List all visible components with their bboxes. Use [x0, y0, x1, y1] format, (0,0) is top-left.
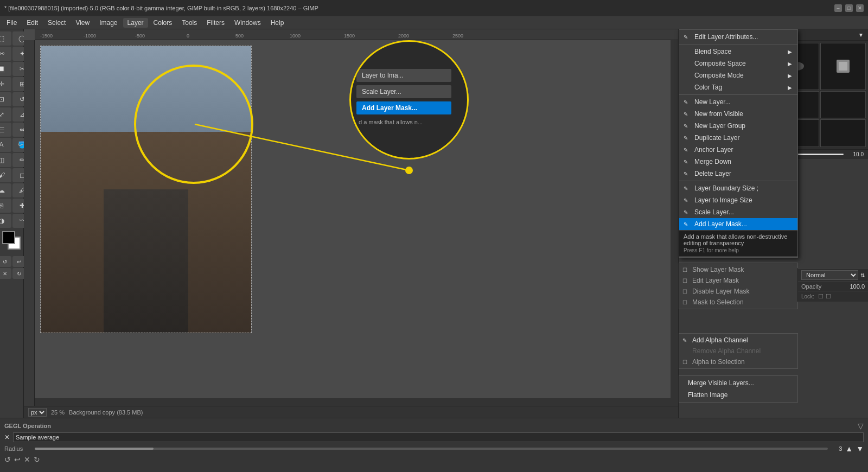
refresh-tool[interactable]: ↻ — [12, 268, 25, 279]
menu-filters[interactable]: Filters — [202, 18, 229, 28]
ctx-label-to-image: Layer to Image Size — [694, 196, 752, 204]
maximize-button[interactable]: □ — [845, 4, 853, 12]
ctx-duplicate-layer[interactable]: ✎ Duplicate Layer — [679, 132, 797, 144]
tool-perspective[interactable]: ⬱ — [0, 123, 11, 137]
minimize-button[interactable]: – — [834, 4, 842, 12]
menu-view[interactable]: View — [71, 18, 94, 28]
zoom-tooltip-text: d a mask that allows n... — [356, 118, 462, 126]
menu-layer[interactable]: Layer — [123, 18, 148, 28]
ctx-checkbox-alpha-sel: ☐ — [682, 359, 687, 365]
menu-colors[interactable]: Colors — [149, 18, 177, 28]
ctx-scale-layer[interactable]: ✎ Scale Layer... — [679, 206, 797, 218]
ctx-edit-layer-attributes[interactable]: ✎ Edit Layer Attributes... — [679, 31, 797, 43]
history-forward[interactable]: ↩ — [12, 256, 25, 267]
title-bar: * [file000307988015] (imported)-5.0 (RGB… — [0, 0, 868, 16]
lock-alpha-icon[interactable]: ☐ — [818, 293, 824, 299]
tool-rectangle-select[interactable]: ⬚ — [0, 31, 11, 46]
radius-label: Radius — [4, 445, 31, 452]
gegl-expand-icon[interactable]: ▽ — [858, 422, 864, 430]
ctx-icon-scale: ✎ — [684, 209, 688, 215]
cancel-tool[interactable]: ✕ — [0, 268, 11, 279]
ctx-add-layer-mask[interactable]: ✎ Add Layer Mask... — [679, 218, 797, 230]
tool-dodge-burn[interactable]: ◑ — [0, 214, 11, 228]
ctx-disable-layer-mask[interactable]: ☐ Disable Layer Mask — [679, 286, 797, 297]
lock-position-icon[interactable]: ☐ — [826, 293, 831, 299]
bottom-icon-4[interactable]: ↻ — [34, 455, 40, 464]
close-button[interactable]: ✕ — [856, 4, 864, 12]
bottom-icon-3[interactable]: ✕ — [24, 455, 30, 464]
tool-crop[interactable]: ⊡ — [0, 92, 11, 106]
ctx-composite-mode[interactable]: Composite Mode ▶ — [679, 69, 797, 81]
menu-select[interactable]: Select — [43, 18, 70, 28]
ctx-layer-to-image-size[interactable]: ✎ Layer to Image Size — [679, 194, 797, 206]
layer-mode-select[interactable]: Normal — [801, 270, 858, 280]
unit-select[interactable]: px — [28, 408, 47, 417]
ctx-icon-boundary: ✎ — [684, 186, 688, 192]
brush-cell-4[interactable] — [820, 43, 866, 90]
zoom-item-scale-layer: Scale Layer... — [356, 85, 451, 98]
ctx-add-alpha-channel[interactable]: ✎ Add Alpha Channel — [679, 335, 797, 346]
menu-edit[interactable]: Edit — [22, 18, 42, 28]
gegl-operation-panel: GEGL Operation ▽ ✕ Radius 3 ▲ ▼ ↺ ↩ ✕ ↻ — [0, 418, 868, 472]
ctx-label-add-alpha: Add Alpha Channel — [692, 336, 748, 344]
ctx-icon-merge: ✎ — [684, 159, 688, 165]
bottom-icon-2[interactable]: ↩ — [14, 455, 21, 464]
tool-paintbrush[interactable]: 🖌 — [0, 168, 11, 182]
tool-move[interactable]: ✛ — [0, 77, 11, 91]
menu-windows[interactable]: Windows — [230, 18, 265, 28]
tool-text[interactable]: A — [0, 138, 11, 152]
bottom-icon-1[interactable]: ↺ — [4, 455, 11, 464]
ctx-remove-alpha-channel: Remove Alpha Channel — [679, 346, 797, 356]
gegl-header-row: GEGL Operation ▽ — [4, 422, 864, 430]
scrollbar-horizontal[interactable] — [35, 398, 678, 406]
ctx-checkbox-show: ☐ — [682, 267, 687, 273]
tool-select-by-color[interactable]: 🔲 — [0, 62, 11, 76]
menu-file[interactable]: File — [2, 18, 21, 28]
ctx-arrow-blend: ▶ — [788, 49, 792, 55]
menu-help[interactable]: Help — [266, 18, 289, 28]
ctx-mask-to-selection[interactable]: ☐ Mask to Selection — [679, 297, 797, 308]
ctx-new-layer-group[interactable]: ✎ New Layer Group — [679, 120, 797, 132]
foreground-background-colors[interactable] — [2, 231, 22, 251]
history-back[interactable]: ↺ — [0, 256, 11, 267]
layer-opacity-row: Opacity 100.0 — [798, 282, 868, 291]
brush-cell-12[interactable] — [820, 119, 866, 147]
ctx-composite-space[interactable]: Composite Space ▶ — [679, 58, 797, 69]
document-history-arrow[interactable]: ▼ — [858, 32, 864, 38]
window-controls: – □ ✕ — [834, 4, 864, 12]
layer-info: Background copy (83.5 MB) — [69, 409, 143, 416]
layer-mode-arrows[interactable]: ⇅ — [860, 272, 865, 278]
tool-airbrush[interactable]: ☁ — [0, 183, 11, 197]
right-panel: Document History ▼ — [678, 29, 868, 418]
ctx-label-duplicate: Duplicate Layer — [694, 134, 739, 142]
ctx-edit-layer-mask[interactable]: ☐ Edit Layer Mask — [679, 275, 797, 286]
tool-blend[interactable]: ◫ — [0, 153, 11, 167]
scrollbar-vertical[interactable] — [671, 40, 678, 406]
ctx-merge-visible[interactable]: Merge Visible Layers... — [679, 377, 797, 389]
ctx-anchor-layer[interactable]: ✎ Anchor Layer — [679, 144, 797, 156]
ctx-blend-space[interactable]: Blend Space ▶ — [679, 46, 797, 58]
tool-free-select[interactable]: ⚯ — [0, 47, 11, 61]
ctx-new-from-visible[interactable]: ✎ New from Visible — [679, 108, 797, 120]
menu-tools[interactable]: Tools — [177, 18, 201, 28]
ctx-layer-boundary-size[interactable]: ✎ Layer Boundary Size ; — [679, 182, 797, 194]
ctx-new-layer[interactable]: ✎ New Layer... — [679, 96, 797, 108]
gegl-operation-input[interactable] — [13, 432, 864, 442]
ctx-flatten-image[interactable]: Flatten Image — [679, 389, 797, 401]
ctx-alpha-to-selection[interactable]: ☐ Alpha to Selection — [679, 356, 797, 367]
radius-up-icon[interactable]: ▲ — [845, 444, 853, 453]
zoom-item-layer-to-image: Layer to Ima... — [356, 69, 451, 82]
ctx-delete-layer[interactable]: ✎ Delete Layer — [679, 168, 797, 180]
ctx-merge-down[interactable]: ✎ Merge Down — [679, 156, 797, 168]
tool-scale[interactable]: ⤢ — [0, 107, 11, 122]
gegl-close-icon[interactable]: ✕ — [4, 433, 10, 441]
brush-cell-8[interactable] — [820, 91, 866, 119]
foreground-color[interactable] — [2, 231, 15, 244]
menu-bar: File Edit Select View Image Layer Colors… — [0, 16, 868, 29]
tool-clone[interactable]: ⎘ — [0, 199, 11, 213]
menu-image[interactable]: Image — [95, 18, 122, 28]
svg-point-2 — [405, 167, 413, 174]
radius-down-icon[interactable]: ▼ — [856, 444, 864, 453]
ctx-show-layer-mask[interactable]: ☐ Show Layer Mask — [679, 264, 797, 275]
ctx-color-tag[interactable]: Color Tag ▶ — [679, 81, 797, 93]
